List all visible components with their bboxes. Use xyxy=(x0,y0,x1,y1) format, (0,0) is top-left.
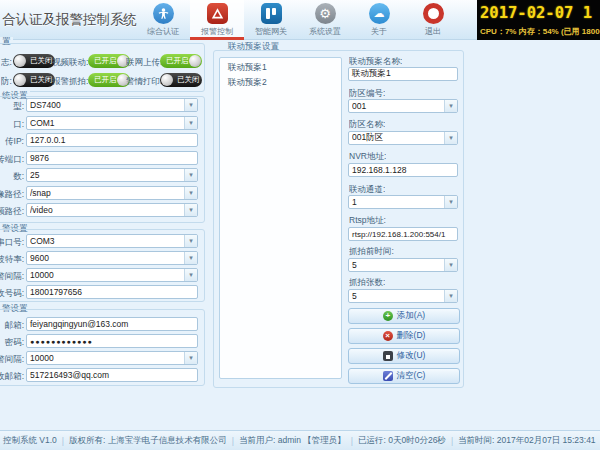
alarm-capture-toggle[interactable]: 已开启 xyxy=(88,73,130,87)
arm-toggle[interactable]: 已关闭 xyxy=(13,73,55,87)
host-type-select[interactable]: DS7400▾ xyxy=(26,98,198,112)
led-datetime: 2017-02-07 1 xyxy=(480,4,600,22)
delete-button-label: 删除(D) xyxy=(397,330,426,342)
log-toggle-label: 志: xyxy=(1,57,12,67)
chevron-down-icon: ▾ xyxy=(444,259,457,271)
main-nav: 综合认证 报警控制 智能网关 ⚙ 系统设置 ☁ 关于 退出 xyxy=(136,0,460,40)
chevron-down-icon: ▾ xyxy=(184,352,197,364)
chevron-down-icon: ▾ xyxy=(184,235,197,247)
sms-interval-select[interactable]: 10000▾ xyxy=(26,268,198,282)
host-type-label: 型: xyxy=(0,101,24,111)
nav-label: 关于 xyxy=(371,26,387,37)
app-title: 合认证及报警控制系统 xyxy=(2,11,137,29)
receive-number-label: 收号码: xyxy=(0,288,24,298)
upload-ip-input[interactable]: 127.0.0.1 xyxy=(26,133,198,147)
capture-count-select[interactable]: 5▾ xyxy=(348,289,458,303)
add-button-label: 添加(A) xyxy=(397,310,425,322)
nav-label: 系统设置 xyxy=(309,26,341,37)
upload-port-input[interactable]: 9876 xyxy=(26,151,198,165)
pre-capture-time-select[interactable]: 5▾ xyxy=(348,258,458,272)
delete-icon: × xyxy=(383,331,393,341)
nav-label: 退出 xyxy=(425,26,441,37)
send-email-input[interactable]: feiyangqingyun@163.com xyxy=(26,317,198,331)
email-password-label: 密码: xyxy=(0,337,24,347)
status-uptime: 已运行: 0天0时0分26秒 xyxy=(358,435,446,447)
modify-button[interactable]: 修改(U) xyxy=(348,348,460,364)
receive-email-input[interactable]: 517216493@qq.com xyxy=(26,368,198,382)
gateway-icon xyxy=(261,3,282,24)
chevron-down-icon: ▾ xyxy=(184,187,197,199)
chevron-down-icon: ▾ xyxy=(184,117,197,129)
log-toggle[interactable]: 已关闭 xyxy=(13,54,55,68)
add-icon: + xyxy=(383,311,393,321)
status-separator: | xyxy=(451,436,453,446)
status-version: 控制系统 V1.0 xyxy=(3,435,57,447)
sms-serial-label: 串口号: xyxy=(0,237,24,247)
snap-path-select[interactable]: /snap▾ xyxy=(26,186,198,200)
nav-item-auth[interactable]: 综合认证 xyxy=(136,0,190,40)
status-copyright: 版权所有: 上海宝学电子信息技术有限公司 xyxy=(69,435,227,447)
toggle-state: 已开启 xyxy=(166,56,189,66)
email-interval-label: 警间隔: xyxy=(0,354,24,364)
clear-button-label: 清空(C) xyxy=(397,370,426,382)
nav-item-about[interactable]: ☁ 关于 xyxy=(352,0,406,40)
chevron-down-icon: ▾ xyxy=(184,204,197,216)
receive-number-input[interactable]: 18001797656 xyxy=(26,285,198,299)
upload-ip-label: 传IP: xyxy=(0,136,24,146)
status-bar: 控制系统 V1.0 | 版权所有: 上海宝学电子信息技术有限公司 | 当前用户:… xyxy=(0,430,600,450)
upload-port-label: 传端口: xyxy=(0,154,24,164)
zone-number-label: 防区编号: xyxy=(349,88,385,98)
arm-toggle-label: 防: xyxy=(1,76,12,86)
nav-label: 综合认证 xyxy=(147,26,179,37)
preset-list-item[interactable]: 联动预案1 xyxy=(220,60,341,75)
clear-icon xyxy=(383,371,393,381)
channel-count-label: 数: xyxy=(0,171,24,181)
channel-count-select[interactable]: 25▾ xyxy=(26,168,198,182)
alarm-icon xyxy=(207,3,228,24)
nav-item-settings[interactable]: ⚙ 系统设置 xyxy=(298,0,352,40)
preset-list: 联动预案1 联动预案2 xyxy=(219,57,342,379)
nav-item-exit[interactable]: 退出 xyxy=(406,0,460,40)
toggle-state: 已开启 xyxy=(94,56,117,66)
cloud-icon: ☁ xyxy=(369,3,390,24)
rtsp-address-input[interactable]: rtsp://192.168.1.200:554/1 xyxy=(348,227,458,241)
baud-rate-label: 波特率: xyxy=(0,254,24,264)
toggle-state: 已开启 xyxy=(94,75,117,85)
delete-button[interactable]: × 删除(D) xyxy=(348,328,460,344)
alarm-print-toggle-label: 警情打印: xyxy=(126,76,162,86)
video-path-select[interactable]: /video▾ xyxy=(26,203,198,217)
zone-name-select[interactable]: 001防区▾ xyxy=(348,131,458,145)
email-interval-select[interactable]: 10000▾ xyxy=(26,351,198,365)
send-email-label: 邮箱: xyxy=(0,320,24,330)
status-separator: | xyxy=(232,436,234,446)
nav-item-alarm-control[interactable]: 报警控制 xyxy=(190,0,244,40)
snap-path-label: 像路径: xyxy=(0,189,24,199)
preset-name-input[interactable]: 联动预案1 xyxy=(348,67,458,81)
serial-port-select[interactable]: COM1▾ xyxy=(26,116,198,130)
nvr-address-input[interactable]: 192.168.1.128 xyxy=(348,163,458,177)
add-button[interactable]: + 添加(A) xyxy=(348,308,460,324)
toggle-state: 已关闭 xyxy=(177,75,200,85)
save-icon xyxy=(383,351,393,361)
chevron-down-icon: ▾ xyxy=(184,169,197,181)
channel-select[interactable]: 1▾ xyxy=(348,195,458,209)
chevron-down-icon: ▾ xyxy=(444,132,457,144)
chevron-down-icon: ▾ xyxy=(184,269,197,281)
baud-rate-select[interactable]: 9600▾ xyxy=(26,251,198,265)
zone-number-select[interactable]: 001▾ xyxy=(348,99,458,113)
net-upload-toggle[interactable]: 已开启 xyxy=(160,54,202,68)
video-link-toggle[interactable]: 已开启 xyxy=(88,54,130,68)
sms-interval-label: 警间隔: xyxy=(0,271,24,281)
toggle-knob xyxy=(14,74,26,86)
clear-button[interactable]: 清空(C) xyxy=(348,368,460,384)
capture-count-label: 抓拍张数: xyxy=(349,277,385,287)
nav-label: 报警控制 xyxy=(201,26,233,37)
preset-list-item[interactable]: 联动预案2 xyxy=(220,75,341,90)
alarm-print-toggle[interactable]: 已关闭 xyxy=(160,73,202,87)
email-password-input[interactable]: ●●●●●●●●●●●● xyxy=(26,334,198,348)
gear-icon: ⚙ xyxy=(315,3,336,24)
nav-item-gateway[interactable]: 智能网关 xyxy=(244,0,298,40)
sms-serial-select[interactable]: COM3▾ xyxy=(26,234,198,248)
exit-icon xyxy=(423,3,444,24)
preset-name-label: 联动预案名称: xyxy=(349,56,402,66)
